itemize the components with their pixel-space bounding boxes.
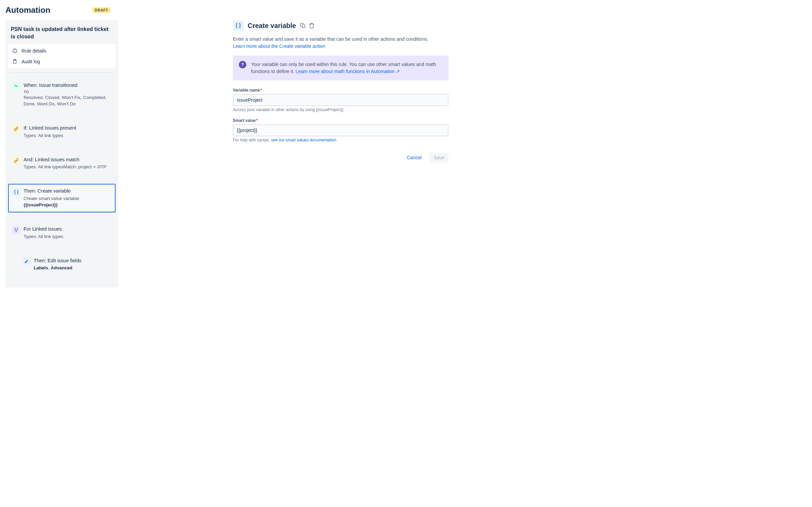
step-desc: Create smart value variable {{issueProje… xyxy=(24,196,112,208)
rule-sidebar: PSN task is updated after linked ticket … xyxy=(5,20,118,288)
smart-value-help: For help with syntax, see our smart valu… xyxy=(233,138,448,142)
save-button[interactable]: Save xyxy=(430,153,448,163)
svg-point-2 xyxy=(15,50,15,50)
variable-name-help: Access your variable in other actions by… xyxy=(233,107,448,112)
step-desc: Labels, Advanced xyxy=(34,265,112,271)
step-trigger[interactable]: When: Issue transitioned TO Resolved, Cl… xyxy=(8,78,116,111)
smart-value-input[interactable] xyxy=(233,124,448,136)
pencil-icon xyxy=(22,258,30,266)
info-panel: ? Your variable can only be used within … xyxy=(233,56,448,80)
step-title: Then: Create variable xyxy=(24,188,112,194)
step-title: Then: Edit issue fields xyxy=(34,258,112,264)
svg-point-7 xyxy=(16,231,17,232)
step-title: And: Linked issues match xyxy=(24,157,112,163)
learn-more-link[interactable]: Learn more about the Create variable act… xyxy=(233,43,325,49)
step-title: For Linked issues xyxy=(24,226,112,232)
variable-name-input[interactable] xyxy=(233,94,448,106)
step-sublabel: TO xyxy=(24,90,112,94)
smart-value-label: Smart value* xyxy=(233,118,448,123)
step-desc: Types: All link types xyxy=(24,234,112,240)
info-icon xyxy=(12,48,18,54)
step-condition-linked-present[interactable]: If: Linked issues present Types: All lin… xyxy=(8,121,116,143)
step-title: If: Linked issues present xyxy=(24,125,112,131)
svg-point-6 xyxy=(17,228,18,229)
detail-title: Create variable xyxy=(248,22,296,30)
step-condition-linked-match[interactable]: And: Linked issues match Types: All link… xyxy=(8,153,116,175)
transition-icon xyxy=(12,82,20,90)
link-icon xyxy=(12,125,20,133)
rule-name: PSN task is updated after linked ticket … xyxy=(5,20,118,44)
step-desc: Types: All link typesMatch: project = JI… xyxy=(24,164,112,170)
braces-icon xyxy=(233,20,244,31)
math-functions-link[interactable]: Learn more about math functions in Autom… xyxy=(295,69,400,74)
audit-log-link[interactable]: Audit log xyxy=(8,56,116,67)
trash-icon[interactable] xyxy=(309,23,315,29)
rule-details-link[interactable]: Rule details xyxy=(8,45,116,56)
smart-values-doc-link[interactable]: see our smart values documentation xyxy=(271,138,336,142)
step-desc: Types: All link types xyxy=(24,133,112,139)
divider xyxy=(11,72,113,73)
step-title: When: Issue transitioned xyxy=(24,82,112,89)
variable-name-label: Variable name* xyxy=(233,88,448,93)
step-create-variable[interactable]: Then: Create variable Create smart value… xyxy=(8,184,116,212)
link-icon xyxy=(12,157,20,165)
status-badge-draft: DRAFT xyxy=(93,7,110,13)
copy-icon[interactable] xyxy=(300,23,306,29)
step-edit-issue-fields[interactable]: Then: Edit issue fields Labels, Advanced xyxy=(18,253,116,276)
clipboard-icon xyxy=(12,59,18,64)
svg-rect-8 xyxy=(302,25,305,28)
step-branch-linked[interactable]: For Linked issues Types: All link types xyxy=(8,222,116,244)
rule-details-label: Rule details xyxy=(22,48,46,54)
question-icon: ? xyxy=(239,61,246,68)
svg-point-5 xyxy=(14,228,15,229)
detail-description: Enter a smart value and save it as a var… xyxy=(233,36,448,43)
cancel-button[interactable]: Cancel xyxy=(403,153,426,163)
page-title: Automation xyxy=(5,5,50,15)
detail-pane: Create variable Enter a smart value and … xyxy=(233,20,448,288)
braces-icon xyxy=(12,188,20,196)
branch-icon xyxy=(12,226,20,234)
step-desc: Resolved, Closed, Won't Fix, Completed, … xyxy=(24,95,112,107)
audit-log-label: Audit log xyxy=(22,59,40,64)
